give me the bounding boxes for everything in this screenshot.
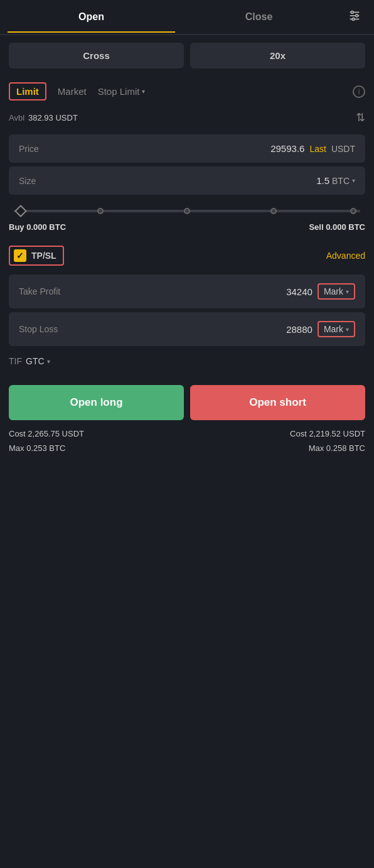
top-tabs: Open Close xyxy=(0,0,374,35)
take-profit-value: 34240 xyxy=(286,286,313,297)
tpsl-row: ✓ TP/SL Advanced xyxy=(0,241,374,271)
stop-limit-chevron: ▾ xyxy=(142,88,145,95)
slider-track[interactable] xyxy=(14,210,360,212)
tpsl-label: TP/SL xyxy=(31,251,56,261)
svg-point-4 xyxy=(356,14,358,17)
stop-loss-field[interactable]: Stop Loss 28880 Mark ▾ xyxy=(9,312,365,346)
leverage-button[interactable]: 20x xyxy=(190,43,365,68)
transfer-icon[interactable]: ⇅ xyxy=(356,111,365,124)
tif-label: TIF xyxy=(9,356,22,366)
sell-label: Sell 0.000 BTC xyxy=(309,222,365,232)
size-value-group[interactable]: 1.5 BTC ▾ xyxy=(316,175,355,186)
settings-icon[interactable] xyxy=(343,0,366,34)
stop-loss-value-group: 28880 Mark ▾ xyxy=(286,321,355,337)
stop-loss-mark-label: Mark xyxy=(324,324,343,334)
take-profit-mark-label: Mark xyxy=(324,286,343,296)
take-profit-label: Take Profit xyxy=(19,286,60,296)
short-cost-item: Cost 2,219.52 USDT xyxy=(290,429,365,438)
stop-loss-chevron: ▾ xyxy=(346,326,349,333)
tpsl-checkbox: ✓ xyxy=(14,249,26,262)
svg-point-5 xyxy=(352,18,355,21)
order-type-row: Limit Market Stop Limit ▾ i xyxy=(0,76,374,107)
margin-row: Cross 20x xyxy=(0,35,374,76)
market-tab[interactable]: Market xyxy=(58,86,87,97)
slider-thumb[interactable] xyxy=(14,205,27,217)
price-value: 29593.6 xyxy=(270,143,304,154)
advanced-link[interactable]: Advanced xyxy=(326,251,365,261)
svg-point-3 xyxy=(351,11,354,14)
tif-chevron: ▾ xyxy=(47,358,50,365)
price-tag: Last xyxy=(309,144,326,154)
price-value-group: 29593.6 Last USDT xyxy=(270,143,355,154)
tif-value: GTC xyxy=(26,356,45,366)
size-field[interactable]: Size 1.5 BTC ▾ xyxy=(9,166,365,195)
stop-loss-label: Stop Loss xyxy=(19,324,58,334)
price-label: Price xyxy=(19,144,39,154)
open-short-button[interactable]: Open short xyxy=(190,385,365,420)
slider-dot-100[interactable] xyxy=(350,208,356,214)
long-cost-item: Cost 2,265.75 USDT xyxy=(9,429,84,438)
size-chevron: ▾ xyxy=(352,177,355,184)
buy-label: Buy 0.000 BTC xyxy=(9,222,66,232)
take-profit-chevron: ▾ xyxy=(346,288,349,295)
size-currency: BTC xyxy=(332,176,350,186)
take-profit-mark-dropdown[interactable]: Mark ▾ xyxy=(318,283,355,300)
tif-dropdown[interactable]: GTC ▾ xyxy=(26,356,50,366)
avbl-row: Avbl 382.93 USDT ⇅ xyxy=(0,107,374,131)
tpsl-checkbox-container[interactable]: ✓ TP/SL xyxy=(9,246,64,266)
stop-loss-mark-dropdown[interactable]: Mark ▾ xyxy=(318,321,355,337)
take-profit-field[interactable]: Take Profit 34240 Mark ▾ xyxy=(9,274,365,308)
open-long-button[interactable]: Open long xyxy=(9,385,184,420)
stop-loss-value: 28880 xyxy=(286,324,313,335)
buy-sell-row: Buy 0.000 BTC Sell 0.000 BTC xyxy=(0,217,374,241)
tab-open[interactable]: Open xyxy=(8,3,175,33)
take-profit-value-group: 34240 Mark ▾ xyxy=(286,283,355,300)
tif-row: TIF GTC ▾ xyxy=(0,350,374,379)
cross-button[interactable]: Cross xyxy=(9,43,184,68)
slider-dot-25[interactable] xyxy=(97,208,104,214)
size-label: Size xyxy=(19,176,36,186)
slider-dot-50[interactable] xyxy=(184,208,190,214)
price-currency: USDT xyxy=(331,144,355,154)
action-buttons: Open long Open short xyxy=(0,379,374,426)
cost-row-1: Cost 2,265.75 USDT Cost 2,219.52 USDT xyxy=(0,426,374,441)
tab-close[interactable]: Close xyxy=(175,3,343,31)
slider-container xyxy=(0,198,374,217)
price-field[interactable]: Price 29593.6 Last USDT xyxy=(9,134,365,163)
short-max-item: Max 0.258 BTC xyxy=(309,443,365,453)
info-icon[interactable]: i xyxy=(353,85,365,98)
size-value: 1.5 xyxy=(316,175,329,186)
cost-row-2: Max 0.253 BTC Max 0.258 BTC xyxy=(0,441,374,455)
slider-dot-75[interactable] xyxy=(270,208,277,214)
stop-limit-dropdown[interactable]: Stop Limit ▾ xyxy=(98,86,146,97)
avbl-label: Avbl xyxy=(9,113,24,122)
avbl-value: 382.93 USDT xyxy=(28,113,78,122)
limit-tab[interactable]: Limit xyxy=(9,82,46,100)
long-max-item: Max 0.253 BTC xyxy=(9,443,65,453)
